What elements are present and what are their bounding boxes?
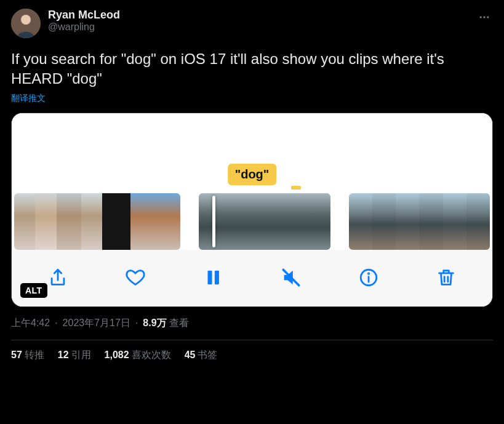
timeline-frame: [231, 193, 265, 250]
stat-bookmarks[interactable]: 45书签: [185, 349, 218, 362]
stat-count: 45: [185, 350, 196, 360]
pause-icon[interactable]: [200, 265, 226, 290]
timeline-frame: [57, 193, 81, 250]
translate-link[interactable]: 翻译推文: [11, 93, 46, 104]
media-toolbar: [12, 250, 492, 306]
timeline-frame: [35, 193, 56, 250]
user-block: Ryan McLeod @warpling: [48, 9, 120, 33]
separator-dot: [52, 318, 60, 329]
tweet-stats: 57转推 12引用 1,082喜欢次数 45书签: [11, 349, 493, 362]
stat-count: 1,082: [105, 350, 129, 360]
playhead-marker: [291, 186, 301, 190]
stat-count: 12: [58, 350, 69, 360]
tweet-date[interactable]: 2023年7月17日: [63, 317, 130, 330]
tweet-time[interactable]: 上午4:42: [11, 317, 50, 330]
stat-count: 57: [11, 350, 22, 360]
svg-point-10: [368, 273, 369, 274]
video-timeline[interactable]: [12, 193, 492, 250]
svg-rect-5: [208, 270, 212, 284]
share-icon[interactable]: [45, 265, 71, 290]
timeline-frame: [372, 193, 396, 250]
search-tag: "dog": [228, 164, 277, 185]
timeline-frame: [466, 193, 490, 250]
info-icon[interactable]: [356, 265, 382, 290]
timeline-frame: [297, 193, 330, 250]
timeline-frame: [396, 193, 419, 250]
stat-label: 转推: [25, 350, 44, 360]
tweet-meta: 上午4:42 2023年7月17日 8.9万 查看: [11, 317, 493, 340]
playhead-icon[interactable]: [212, 196, 215, 247]
timeline-frame: [130, 193, 155, 250]
alt-badge[interactable]: ALT: [20, 283, 47, 298]
display-name[interactable]: Ryan McLeod: [48, 9, 120, 22]
tweet-text: If you search for "dog" on iOS 17 it'll …: [11, 49, 493, 89]
timeline-frame: [102, 193, 130, 250]
tweet-container: Ryan McLeod @warpling If you search for …: [0, 0, 504, 370]
svg-point-4: [487, 16, 489, 18]
clip-group[interactable]: [349, 193, 490, 250]
media-top-area: "dog": [12, 113, 492, 193]
avatar[interactable]: [11, 9, 41, 38]
user-handle[interactable]: @warpling: [48, 22, 120, 33]
timeline-frame: [349, 193, 372, 250]
stat-label: 喜欢次数: [132, 350, 171, 360]
svg-point-1: [21, 15, 31, 25]
timeline-frame: [155, 193, 180, 250]
views-count[interactable]: 8.9万: [143, 317, 166, 330]
stat-likes[interactable]: 1,082喜欢次数: [105, 349, 171, 362]
svg-point-3: [483, 16, 485, 18]
clip-group-active[interactable]: [199, 193, 330, 250]
svg-point-2: [480, 16, 482, 18]
clip-group[interactable]: [14, 193, 180, 250]
stat-retweets[interactable]: 57转推: [11, 349, 44, 362]
more-options-icon[interactable]: [476, 9, 493, 28]
timeline-frame: [265, 193, 298, 250]
heart-icon[interactable]: [122, 265, 148, 290]
tweet-header: Ryan McLeod @warpling: [11, 9, 493, 38]
stat-quotes[interactable]: 12引用: [58, 349, 91, 362]
timeline-frame: [14, 193, 35, 250]
separator-dot: [133, 318, 140, 329]
timeline-frame: [81, 193, 102, 250]
svg-rect-6: [215, 270, 219, 284]
stat-label: 书签: [198, 350, 217, 360]
views-label: 查看: [169, 317, 189, 330]
trash-icon[interactable]: [433, 265, 459, 290]
timeline-frame: [419, 193, 442, 250]
stat-label: 引用: [71, 350, 91, 360]
timeline-frame: [443, 193, 466, 250]
mute-icon[interactable]: [278, 265, 304, 290]
media-card[interactable]: "dog": [11, 113, 493, 307]
